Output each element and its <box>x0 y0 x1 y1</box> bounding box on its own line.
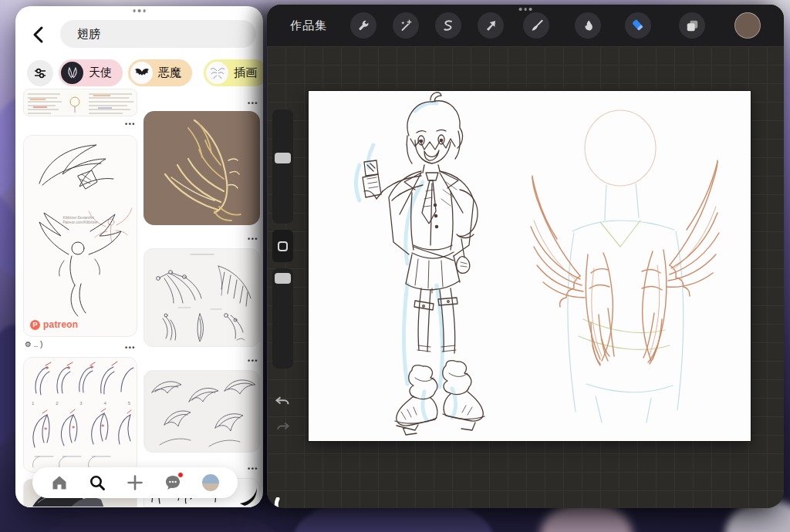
chip-demon-thumbnail <box>130 62 153 84</box>
modify-button[interactable] <box>272 230 293 262</box>
pin-wing-tutorial[interactable]: 12345 <box>23 357 137 473</box>
transform-button[interactable] <box>478 12 504 39</box>
sliders-icon <box>33 66 47 80</box>
selection-button[interactable] <box>435 12 461 39</box>
window-drag-handle[interactable] <box>519 8 532 11</box>
smudge-icon <box>581 19 596 33</box>
brush-icon <box>529 19 544 33</box>
pinterest-window[interactable]: 翅膀 天使 恶魔 插画 <box>15 6 263 507</box>
nav-inbox-button[interactable] <box>161 471 184 494</box>
search-input[interactable]: 翅膀 <box>60 20 256 48</box>
magic-wand-icon <box>399 19 413 32</box>
patreon-icon: P <box>30 320 40 330</box>
filter-button[interactable] <box>27 60 53 86</box>
filter-chip-angel[interactable]: 天使 <box>59 59 123 86</box>
pin-wing-anatomy[interactable] <box>143 248 260 347</box>
paint-tool-button[interactable] <box>523 12 549 39</box>
back-button[interactable] <box>29 25 49 45</box>
nav-profile-button[interactable] <box>199 471 222 494</box>
notification-badge <box>177 472 184 478</box>
window-drag-handle[interactable] <box>133 9 146 12</box>
filter-chip-illustration[interactable]: 插画 <box>204 59 263 86</box>
chip-label: 插画 <box>234 66 257 80</box>
procreate-window[interactable]: 作品集 <box>267 5 784 508</box>
brush-sidebar <box>272 109 293 369</box>
undo-button[interactable] <box>275 395 290 412</box>
redo-button[interactable] <box>276 421 290 436</box>
pin-golden-wing[interactable] <box>143 111 260 225</box>
actions-button[interactable] <box>350 12 376 39</box>
patreon-logo: P patreon <box>30 319 78 330</box>
pin-handwritten-notes[interactable] <box>23 89 137 116</box>
canvas-wing-overlay-strokes <box>534 207 716 356</box>
layers-icon <box>685 19 700 33</box>
profile-avatar <box>202 474 219 491</box>
selection-s-icon <box>441 19 455 32</box>
nav-create-button[interactable] <box>123 471 147 494</box>
eraser-icon <box>630 18 646 33</box>
modify-square-icon <box>278 241 288 251</box>
gallery-button[interactable]: 作品集 <box>290 5 327 46</box>
procreate-topbar: 作品集 <box>267 5 784 46</box>
canvas-wing-sketch <box>531 160 719 365</box>
pin-more-button[interactable]: ••• <box>105 120 136 129</box>
pin-wing-sketches[interactable]: Kibbitzer DeviantArt Patreon.com/Kibbitz… <box>23 135 137 337</box>
adjustments-button[interactable] <box>393 12 419 39</box>
bottom-nav <box>32 467 238 498</box>
pin-gray-wings[interactable] <box>143 370 260 453</box>
search-icon <box>88 473 106 492</box>
search-query: 翅膀 <box>77 27 100 42</box>
brush-size-handle[interactable] <box>275 153 291 163</box>
nav-search-button[interactable] <box>86 471 109 494</box>
plus-icon <box>126 473 144 492</box>
chip-angel-thumbnail <box>61 62 83 84</box>
canvas-surround <box>267 46 784 508</box>
color-swatch-button[interactable] <box>734 12 761 39</box>
transform-arrow-icon <box>484 19 498 32</box>
pin-more-button[interactable]: ••• <box>228 99 258 108</box>
pin-more-button[interactable]: ••• <box>228 234 258 244</box>
home-icon <box>50 473 69 492</box>
chevron-left-icon <box>29 25 49 45</box>
filter-chip-demon[interactable]: 恶魔 <box>128 59 192 86</box>
canvas-blue-undersketch <box>356 103 456 421</box>
pin-watermark: Kibbitzer DeviantArt Patreon.com/Kibbitz… <box>62 216 97 225</box>
canvas-character-sketch <box>363 93 484 435</box>
pin-more-button[interactable]: ••• <box>228 356 258 365</box>
pin-caption: ⚙ .. ) <box>25 340 42 348</box>
undo-icon <box>275 395 290 409</box>
chip-illustration-thumbnail <box>206 62 228 84</box>
pin-more-button[interactable]: ••• <box>105 343 136 352</box>
layers-button[interactable] <box>679 12 705 39</box>
redo-icon <box>276 421 290 433</box>
chip-label: 天使 <box>89 66 112 80</box>
tutorial-step-numbers: 12345 <box>32 401 130 406</box>
drawing-canvas[interactable] <box>309 91 751 441</box>
brush-size-slider[interactable] <box>272 109 293 224</box>
erase-tool-button[interactable] <box>625 12 651 39</box>
smudge-tool-button[interactable] <box>575 12 601 39</box>
chip-label: 恶魔 <box>158 66 181 80</box>
wrench-icon <box>356 19 370 32</box>
nav-home-button[interactable] <box>48 471 71 494</box>
brush-opacity-handle[interactable] <box>275 273 291 284</box>
